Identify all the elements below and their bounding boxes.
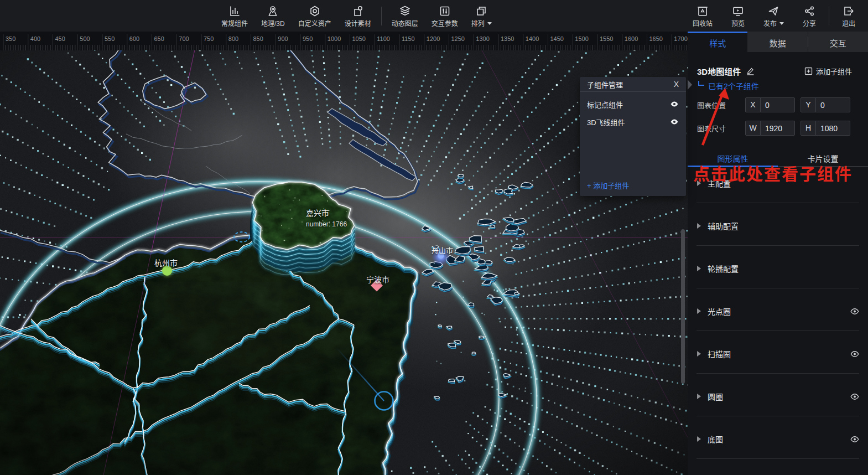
position-y-input[interactable]: Y 0 — [801, 97, 850, 112]
toolbar-item-label: 排列 — [471, 19, 492, 27]
svg-text:1550: 1550 — [600, 35, 613, 42]
toolbar-item-geo3d[interactable]: 地理/3D — [254, 0, 292, 32]
toolbar-item-publish[interactable]: 发布 — [754, 0, 793, 32]
toolbar-item-label: 预览 — [731, 19, 745, 27]
component-title: 3D地图组件 — [697, 65, 741, 77]
section-label: 扫描圈 — [708, 348, 731, 359]
svg-text:550: 550 — [105, 35, 115, 42]
subcomponent-count-label: 已有2个子组件 — [708, 80, 759, 91]
toolbar-item-design-material[interactable]: 设计素材 — [338, 0, 378, 32]
map-label-jiaxing: 嘉兴市 number: 1766 — [306, 207, 347, 228]
panel-collapse-handle[interactable] — [688, 80, 692, 90]
close-icon[interactable]: X — [674, 80, 679, 88]
add-subcomponent-button[interactable]: 添加子组件 — [804, 66, 852, 76]
sliders-icon — [439, 4, 451, 18]
toolbar-item-components[interactable]: 常规组件 — [215, 0, 254, 32]
section-header[interactable]: 主配置 — [697, 178, 859, 189]
top-toolbar: 常规组件 地理/3D 自定义资产 — [0, 0, 868, 32]
subcomponent-count-link[interactable]: 已有2个子组件 — [698, 80, 759, 91]
toolbar-right-group: 回收站 预览 发布 — [683, 0, 865, 32]
toolbar-item-interaction-params[interactable]: 交互参数 — [425, 0, 465, 32]
toolbar-item-share[interactable]: 分享 — [793, 0, 825, 32]
svg-text:1050: 1050 — [352, 35, 366, 42]
design-material-icon — [352, 4, 364, 18]
section-divider — [697, 373, 859, 374]
tab-interaction[interactable]: 交互 — [808, 32, 868, 52]
svg-text:1650: 1650 — [649, 35, 663, 42]
svg-text:500: 500 — [80, 35, 90, 42]
size-h-input[interactable]: H 1080 — [801, 121, 850, 136]
eye-icon[interactable] — [850, 435, 859, 443]
h-prefix: H — [801, 121, 816, 135]
eye-icon[interactable] — [850, 349, 859, 358]
svg-text:450: 450 — [55, 35, 65, 42]
section-4: 扫描圈 — [688, 343, 868, 386]
svg-text:800: 800 — [228, 35, 238, 42]
toolbar-divider — [381, 7, 382, 25]
toolbar-item-recycle-bin[interactable]: 回收站 — [683, 0, 722, 32]
subcomponent-panel-header: 子组件管理 X — [580, 77, 686, 92]
toolbar-item-label: 回收站 — [693, 19, 713, 27]
eye-icon[interactable] — [670, 117, 679, 126]
eye-icon[interactable] — [670, 100, 679, 109]
toolbar-item-exit[interactable]: 退出 — [833, 0, 865, 32]
subcomponent-item-flyline[interactable]: 3D飞线组件 — [580, 113, 686, 131]
section-label: 辅助配置 — [708, 220, 739, 231]
section-header[interactable]: 底图 — [697, 433, 859, 445]
section-6: 底图 — [688, 428, 868, 471]
caret-down-icon — [779, 22, 784, 25]
y-prefix: Y — [801, 98, 816, 112]
section-header[interactable]: 扫描圈 — [697, 348, 859, 359]
section-5: 圆圈 — [688, 386, 868, 428]
toolbar-item-custom-assets[interactable]: 自定义资产 — [292, 0, 338, 32]
section-divider — [697, 203, 859, 203]
tab-data[interactable]: 数据 — [747, 32, 807, 52]
toolbar-item-preview[interactable]: 预览 — [722, 0, 754, 32]
subtab-card-settings[interactable]: 卡片设置 — [778, 150, 868, 166]
toolbar-item-dynamic-layers[interactable]: 动态图层 — [385, 0, 425, 32]
geo-pin-icon — [267, 4, 279, 18]
subcomponent-item-label: 标记点组件 — [587, 99, 623, 110]
toolbar-item-arrange[interactable]: 排列 — [465, 0, 498, 32]
section-header[interactable]: 轮播配置 — [697, 263, 859, 274]
chart-size-label: 图表尺寸 — [697, 123, 745, 134]
chart-size-row: 图表尺寸 W 1920 H 1080 — [697, 121, 859, 136]
svg-text:1250: 1250 — [451, 35, 465, 42]
section-label: 底图 — [708, 433, 723, 445]
eye-icon[interactable] — [850, 392, 859, 401]
svg-text:1150: 1150 — [402, 35, 415, 42]
svg-text:1500: 1500 — [575, 35, 588, 42]
section-header[interactable]: 圆圈 — [697, 391, 859, 402]
section-header[interactable]: 辅助配置 — [697, 220, 859, 231]
map-label-zhoushan: 舟山市 — [432, 245, 453, 255]
section-header[interactable]: 光点圈 — [697, 306, 859, 317]
h-value: 1080 — [816, 124, 850, 133]
sidebar-subtabs: 图形属性 卡片设置 — [688, 150, 868, 167]
toolbar-divider — [829, 7, 829, 25]
svg-text:950: 950 — [303, 35, 313, 42]
chart-position-row: 图表位置 X 0 Y 0 — [697, 97, 859, 112]
map-label-hangzhou: 杭州市 — [154, 257, 178, 268]
canvas-vertical-scrollbar[interactable] — [681, 229, 685, 384]
add-subcomponent-link[interactable]: + 添加子组件 — [580, 180, 686, 196]
map-canvas[interactable]: 嘉兴市 number: 1766 杭州市 宁波市 舟山市 — [0, 0, 688, 475]
subtab-graphic-properties[interactable]: 图形属性 — [688, 150, 778, 166]
size-w-input[interactable]: W 1920 — [745, 121, 795, 136]
toolbar-item-label: 分享 — [803, 19, 816, 27]
edit-pencil-icon[interactable] — [746, 67, 755, 75]
tab-style[interactable]: 样式 — [688, 32, 747, 52]
subcomponent-list: 标记点组件 3D飞线组件 — [580, 92, 686, 180]
subcomponent-item-marker[interactable]: 标记点组件 — [580, 95, 686, 113]
preview-icon — [732, 4, 744, 18]
y-value: 0 — [816, 101, 850, 110]
right-settings-panel: 样式 数据 交互 3D地图组件 添加子组件 已有2个子组件 图表位置 X 0 Y — [688, 32, 868, 475]
city-number: number: 1766 — [306, 219, 347, 228]
svg-text:350: 350 — [6, 35, 15, 42]
sidebar-tabs: 样式 数据 交互 — [688, 32, 868, 52]
section-label: 主配置 — [708, 178, 731, 189]
chart-bars-icon — [228, 4, 241, 18]
svg-text:1000: 1000 — [328, 35, 341, 42]
eye-icon[interactable] — [850, 307, 859, 316]
position-x-input[interactable]: X 0 — [745, 97, 795, 112]
section-2: 轮播配置 — [688, 258, 868, 301]
